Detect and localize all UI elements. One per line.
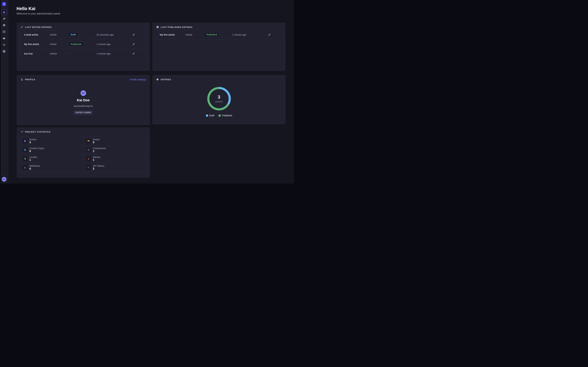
sidebar-item-deploy[interactable] — [1, 35, 7, 42]
edit-entry-button[interactable] — [267, 32, 272, 37]
entry-kind: Author — [50, 52, 69, 55]
donut-center: 3 entries — [207, 87, 231, 110]
legend-item-draft: Draft — [206, 114, 214, 117]
card-header: PROJECT STATISTICS — [17, 127, 150, 133]
profile-card: PROFILE Profile settings KD Kai Doe kai.… — [17, 75, 150, 125]
table-row[interactable]: My first article Article Published 1 min… — [156, 30, 282, 39]
project-statistics-card: PROJECT STATISTICS Entries 3 Assets 0 — [17, 127, 150, 178]
user-icon — [86, 156, 91, 161]
images-icon — [86, 139, 91, 143]
window-left-edge — [0, 0, 1, 184]
layout-icon — [23, 148, 27, 152]
table-row[interactable]: A draft article Article Draft 20 seconds… — [20, 30, 147, 39]
stat-item-assets: Assets 0 — [83, 136, 147, 145]
stat-value: 1 — [29, 158, 37, 161]
stats-grid: Entries 3 Assets 0 Content-Types — [20, 136, 147, 172]
status-empty: - — [69, 52, 96, 55]
card-title: LAST PUBLISHED ENTRIES — [161, 26, 193, 28]
profile-email: kai.doe@strapi.io — [74, 105, 93, 107]
entry-time: 20 seconds ago — [96, 33, 131, 36]
entries-count-label: entries — [215, 100, 223, 103]
status-badge: Draft — [69, 33, 78, 37]
edit-entry-button[interactable] — [131, 32, 136, 37]
entries-body: 3 entries Draft Published — [152, 81, 286, 117]
entry-kind: Article — [50, 33, 69, 36]
pencil-icon — [132, 33, 135, 36]
stat-label: Admins — [93, 156, 101, 158]
sidebar-divider — [0, 8, 8, 8]
globe-icon — [23, 156, 27, 161]
card-title: LAST EDITED ENTRIES — [25, 26, 52, 28]
entry-name: Kai Doe — [24, 52, 50, 55]
entry-time: 1 minute ago — [96, 43, 131, 45]
entry-name: A draft article — [24, 33, 50, 36]
key-icon — [86, 165, 91, 170]
feather-icon — [2, 17, 6, 20]
stat-label: Content-Types — [29, 147, 44, 150]
edit-entry-button[interactable] — [131, 51, 136, 56]
profile-body: KD Kai Doe kai.doe@strapi.io SUPER ADMIN — [17, 81, 150, 115]
last-published-table: My first article Article Published 1 min… — [156, 30, 282, 40]
puzzle-icon — [156, 78, 159, 81]
sidebar-item-media-library[interactable] — [1, 22, 7, 29]
stat-value: 1 — [93, 150, 106, 153]
entry-kind: Article — [50, 43, 69, 45]
last-edited-table: A draft article Article Draft 20 seconds… — [20, 30, 147, 58]
page-subtitle: Welcome to your administration panel — [17, 12, 60, 15]
stat-label: Assets — [93, 138, 100, 141]
gear-icon — [2, 50, 6, 53]
stat-item-webhooks: Webhooks 0 — [20, 163, 83, 172]
pencil-icon — [268, 33, 271, 36]
last-edited-entries-card: LAST EDITED ENTRIES A draft article Arti… — [17, 23, 150, 71]
stat-item-entries: Entries 3 — [20, 136, 83, 145]
legend-label: Published — [222, 114, 232, 117]
table-row[interactable]: My first article Article Published 1 min… — [20, 39, 147, 49]
stat-label: Entries — [29, 138, 37, 141]
sidebar-item-home[interactable] — [1, 9, 7, 15]
card-header: LAST PUBLISHED ENTRIES — [152, 23, 286, 29]
profile-avatar: KD — [80, 90, 86, 96]
edit-entry-button[interactable] — [131, 42, 136, 47]
stat-item-admins: Admins 1 — [83, 154, 147, 163]
card-header: PROFILE Profile settings — [17, 75, 150, 81]
page-title: Hello Kai — [17, 6, 35, 11]
strapi-logo[interactable] — [2, 2, 6, 6]
stat-value: 2 — [93, 167, 104, 170]
check-circle-icon — [156, 26, 159, 29]
webhook-icon — [23, 165, 27, 170]
sidebar-item-content-type-builder[interactable] — [1, 29, 7, 35]
table-row[interactable]: Kai Doe Author - 1 minute ago — [20, 49, 147, 58]
layout-icon — [2, 30, 6, 33]
entries-donut-chart: 3 entries — [207, 87, 231, 110]
sidebar-item-content-manager[interactable] — [1, 16, 7, 22]
sidebar-item-settings[interactable] — [1, 48, 7, 55]
stat-label: Components — [93, 147, 106, 150]
card-title: PROFILE — [25, 78, 35, 81]
draft-swatch — [206, 115, 208, 117]
entry-time: 1 minute ago — [96, 52, 131, 55]
stat-item-content-types: Content-Types 6 — [20, 145, 83, 154]
card-title: PROJECT STATISTICS — [25, 131, 51, 133]
cloud-icon — [2, 37, 6, 40]
sidebar-item-marketplace[interactable] — [1, 42, 7, 48]
published-swatch — [218, 115, 221, 117]
chart-legend: Draft Published — [206, 114, 232, 117]
entries-count: 3 — [218, 95, 220, 100]
components-icon — [86, 148, 91, 152]
cart-icon — [2, 43, 6, 47]
role-badge: SUPER ADMIN — [74, 110, 93, 115]
card-title: ENTRIES — [161, 78, 171, 81]
stat-label: API Tokens — [93, 165, 104, 167]
stat-item-locales: Locales 1 — [20, 154, 83, 163]
last-published-entries-card: LAST PUBLISHED ENTRIES My first article … — [152, 23, 286, 71]
legend-item-published: Published — [218, 114, 232, 117]
card-header: ENTRIES — [152, 75, 286, 81]
main-content: Hello Kai Welcome to your administration… — [8, 0, 294, 184]
profile-settings-link[interactable]: Profile settings — [130, 78, 146, 81]
images-icon — [2, 24, 6, 27]
user-avatar[interactable]: KD — [2, 177, 6, 182]
entries-card: ENTRIES 3 entries Draft Published — [152, 75, 286, 125]
sidebar-bottom: KD — [0, 175, 8, 184]
entry-name: My first article — [24, 43, 50, 45]
card-header: LAST EDITED ENTRIES — [17, 23, 150, 29]
